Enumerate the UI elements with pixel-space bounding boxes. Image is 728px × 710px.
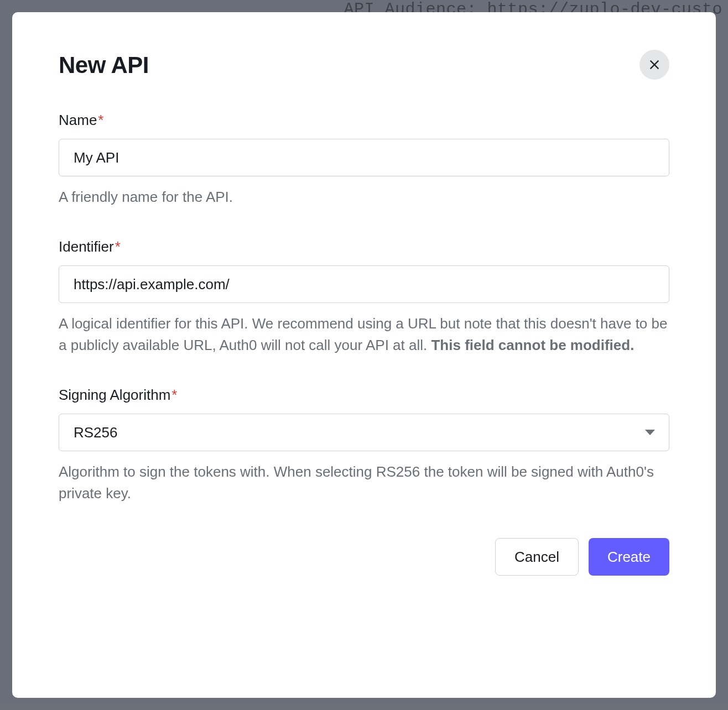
name-label: Name* [59,112,669,129]
identifier-field: Identifier* A logical identifier for thi… [59,238,669,356]
identifier-help-text: A logical identifier for this API. We re… [59,313,669,356]
new-api-modal: New API Name* A friendly name for the AP… [12,12,716,698]
name-input[interactable] [59,139,669,176]
modal-footer: Cancel Create [59,538,669,576]
required-indicator: * [171,387,177,403]
algorithm-label: Signing Algorithm* [59,387,669,404]
name-help-text: A friendly name for the API. [59,186,669,207]
modal-header: New API [59,52,669,80]
algorithm-field: Signing Algorithm* RS256 Algorithm to si… [59,387,669,504]
modal-title: New API [59,52,149,79]
cancel-button[interactable]: Cancel [495,538,579,576]
identifier-input[interactable] [59,265,669,303]
identifier-label: Identifier* [59,238,669,255]
algorithm-select-wrapper: RS256 [59,414,669,451]
required-indicator: * [115,238,121,255]
algorithm-select[interactable]: RS256 [59,414,669,451]
algorithm-help-text: Algorithm to sign the tokens with. When … [59,461,669,504]
close-icon [648,59,661,71]
create-button[interactable]: Create [589,538,669,576]
name-field: Name* A friendly name for the API. [59,112,669,207]
close-button[interactable] [639,50,669,80]
required-indicator: * [98,112,103,128]
